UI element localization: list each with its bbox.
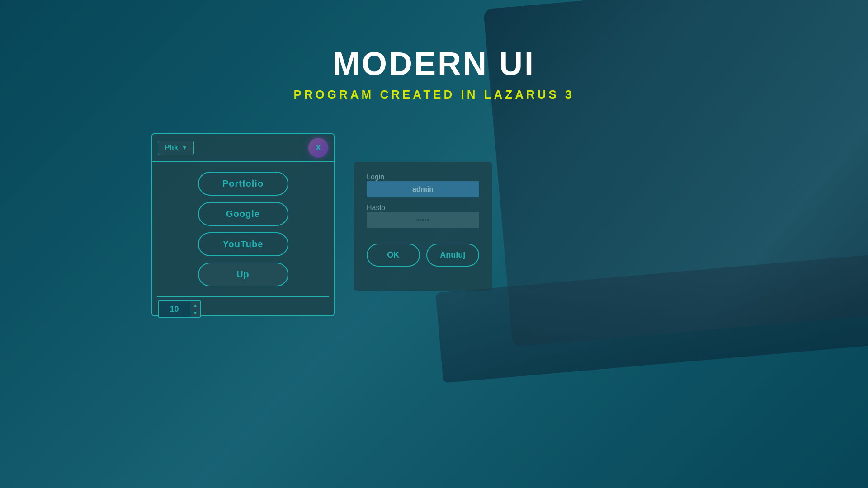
page-content: MODERN UI PROGRAM CREATED IN LAZARUS 3 (0, 0, 868, 488)
subtitle: PROGRAM CREATED IN LAZARUS 3 (293, 88, 574, 102)
title-section: MODERN UI PROGRAM CREATED IN LAZARUS 3 (293, 45, 574, 102)
main-title: MODERN UI (293, 45, 574, 82)
